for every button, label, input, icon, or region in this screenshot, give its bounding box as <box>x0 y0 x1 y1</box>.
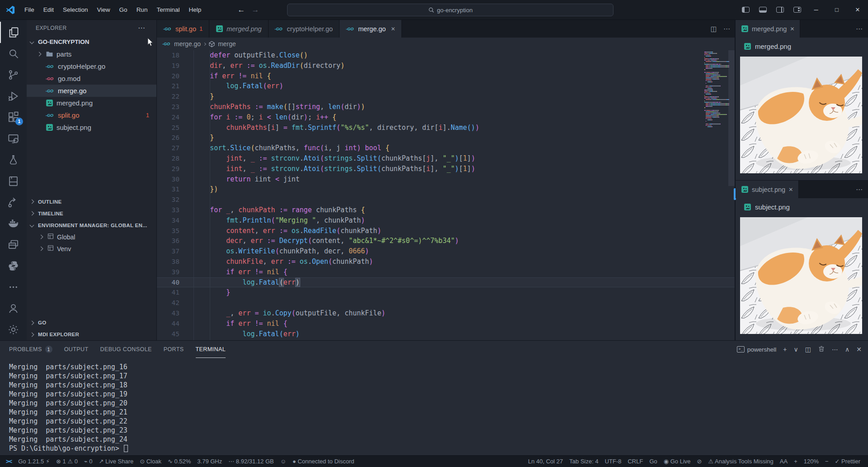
line-number[interactable]: 22 <box>157 91 179 102</box>
activity-source-control-icon[interactable] <box>0 64 27 86</box>
tab-cryptoHelper.go[interactable]: GOcryptoHelper.go <box>269 20 340 38</box>
tab-merged.png[interactable]: merged.png✕ <box>736 20 800 38</box>
explorer-item-split.go[interactable]: GOsplit.go1 <box>27 109 156 121</box>
status-encoding[interactable]: UTF-8 <box>602 458 625 465</box>
image-preview[interactable] <box>740 217 862 334</box>
panel-tab-ports[interactable]: PORTS <box>164 341 184 358</box>
status-remote-indicator[interactable]: >< <box>3 458 15 465</box>
explorer-item-cryptoHelper.go[interactable]: GOcryptoHelper.go <box>27 60 156 72</box>
activity-accounts-icon[interactable] <box>0 298 27 319</box>
status-prettier[interactable]: ✓ Prettier <box>832 458 863 465</box>
menu-view[interactable]: View <box>93 4 115 16</box>
panel-tab-problems[interactable]: PROBLEMS1 <box>9 341 52 358</box>
line-number[interactable]: 30 <box>157 174 179 185</box>
line-number[interactable]: 23 <box>157 102 179 112</box>
command-center-search[interactable]: go-encryption <box>287 4 613 16</box>
line-number[interactable]: 44 <box>157 319 179 329</box>
customize-layout-icon[interactable] <box>790 3 804 17</box>
line-number[interactable]: 43 <box>157 308 179 319</box>
nav-forward-button[interactable]: → <box>251 5 259 14</box>
minimize-button[interactable]: ─ <box>806 0 826 20</box>
code-editor[interactable]: 18 defer outputFile.Close()19 dir, err :… <box>157 50 735 340</box>
menu-run[interactable]: Run <box>132 4 152 16</box>
line-number[interactable]: 26 <box>157 133 179 143</box>
close-button[interactable]: ✕ <box>847 0 868 20</box>
status-analysis-tools[interactable]: ⚠ Analysis Tools Missing <box>705 458 776 465</box>
activity-extensions-icon[interactable]: 1 <box>0 107 27 128</box>
status-language-mode[interactable]: Go <box>646 458 660 465</box>
code-line[interactable]: 25 chunkPaths[i] = fmt.Sprintf("%s/%s", … <box>157 123 735 133</box>
explorer-more-actions[interactable]: ⋯ <box>138 24 146 32</box>
status-memory-usage[interactable]: ⋯ 8.92/31.12 GB <box>225 458 277 465</box>
line-number[interactable]: 33 <box>157 205 179 215</box>
code-line[interactable]: 31 }) <box>157 184 735 195</box>
code-line[interactable]: 29 iint, _ := strconv.Atoi(strings.Split… <box>157 164 735 174</box>
line-number[interactable]: 34 <box>157 215 179 226</box>
status-cursor-position[interactable]: Ln 40, Col 27 <box>525 458 566 465</box>
breadcrumb-item[interactable]: merge.go <box>174 40 201 48</box>
terminal-output[interactable]: Merging parts/subject.png_16Merging part… <box>0 358 868 455</box>
status-live-share[interactable]: ↗ Live Share <box>96 458 137 465</box>
code-line[interactable]: 43 _, err = io.Copy(outputFile, chunkFil… <box>157 308 735 319</box>
minimap[interactable] <box>703 51 727 127</box>
line-number[interactable]: 28 <box>157 153 179 164</box>
section-outline[interactable]: OUTLINE <box>27 196 156 208</box>
code-line[interactable]: 27 sort.Slice(chunkPaths, func(i, j int)… <box>157 143 735 153</box>
tab-close-icon[interactable]: ✕ <box>391 26 395 32</box>
tab-close-icon[interactable]: ✕ <box>788 186 793 193</box>
line-number[interactable]: 29 <box>157 164 179 174</box>
terminal-profile[interactable]: >_ powershell <box>737 346 777 353</box>
code-line[interactable]: 20 if err != nil { <box>157 71 735 81</box>
line-number[interactable]: 41 <box>157 287 179 298</box>
status-zoom-in[interactable]: + <box>791 458 801 465</box>
toggle-secondary-sidebar-icon[interactable] <box>773 3 787 17</box>
status-cpu-usage[interactable]: ∿ 0.52% <box>165 458 194 465</box>
status-feedback[interactable]: ☺ <box>277 458 289 465</box>
line-number[interactable]: 20 <box>157 71 179 81</box>
activity-remote-explorer-icon[interactable] <box>0 128 27 149</box>
code-line[interactable]: 18 defer outputFile.Close() <box>157 50 735 61</box>
panel-tab-terminal[interactable]: TERMINAL <box>196 341 226 358</box>
panel-tab-debug-console[interactable]: DEBUG CONSOLE <box>100 341 151 358</box>
line-number[interactable]: 19 <box>157 61 179 71</box>
menu-terminal[interactable]: Terminal <box>152 4 184 16</box>
editor-more-actions[interactable]: ⋯ <box>723 25 730 33</box>
status-zoom-out[interactable]: − <box>822 458 832 465</box>
activity-testing-icon[interactable] <box>0 149 27 171</box>
code-line[interactable]: 39 if err != nil { <box>157 267 735 277</box>
explorer-item-go.mod[interactable]: GOgo.mod <box>27 72 156 85</box>
code-line[interactable]: 44 if err != nil { <box>157 319 735 329</box>
status-go-live[interactable]: ◉ Go Live <box>660 458 694 465</box>
menu-help[interactable]: Help <box>184 4 206 16</box>
status-problems-summary[interactable]: ⊗ 1 ⚠ 0 <box>53 458 81 465</box>
activity-live-share-icon[interactable] <box>0 192 27 213</box>
line-number[interactable]: 21 <box>157 81 179 91</box>
section-go[interactable]: GO <box>27 317 156 329</box>
status-go-version[interactable]: Go 1.21.5 ⚡ <box>15 458 53 465</box>
menu-selection[interactable]: Selection <box>58 4 93 16</box>
line-number[interactable]: 36 <box>157 236 179 246</box>
menu-edit[interactable]: Edit <box>39 4 58 16</box>
code-line[interactable]: 21 log.Fatal(err) <box>157 81 735 91</box>
explorer-root-folder[interactable]: GO-ENCRYPTION <box>27 36 156 48</box>
menu-file[interactable]: File <box>20 4 39 16</box>
code-line[interactable]: 35 content, err := os.ReadFile(chunkPath… <box>157 226 735 236</box>
code-line[interactable]: 42 <box>157 298 735 308</box>
section-mdi-explorer[interactable]: MDI EXPLORER <box>27 329 156 340</box>
code-line[interactable]: 37 os.WriteFile(chunkPath, decr, 0666) <box>157 246 735 257</box>
status-zoom-level[interactable]: 120% <box>801 458 822 465</box>
maximize-panel-icon[interactable]: ∧ <box>845 346 849 353</box>
activity-notebook-icon[interactable] <box>0 171 27 192</box>
code-line[interactable]: 34 fmt.Println("Merging ", chunkPath) <box>157 215 735 226</box>
status-cpu-frequency[interactable]: 3.79 GHz <box>194 458 225 465</box>
breadcrumb[interactable]: GOmerge.gomerge <box>157 38 735 50</box>
code-line[interactable]: 45 log.Fatal(err) <box>157 329 735 339</box>
tab-merge.go[interactable]: GOmerge.go✕ <box>340 20 402 38</box>
menu-go[interactable]: Go <box>115 4 132 16</box>
status-discord-status[interactable]: ● Connected to Discord <box>289 458 357 465</box>
status-font-size-toggle[interactable]: AA <box>777 458 791 465</box>
activity-window-layouts-icon[interactable] <box>0 234 27 255</box>
explorer-item-parts[interactable]: parts <box>27 48 156 60</box>
code-line[interactable]: 24 for i := 0; i < len(dir); i++ { <box>157 112 735 123</box>
line-number[interactable]: 40 <box>157 277 179 288</box>
